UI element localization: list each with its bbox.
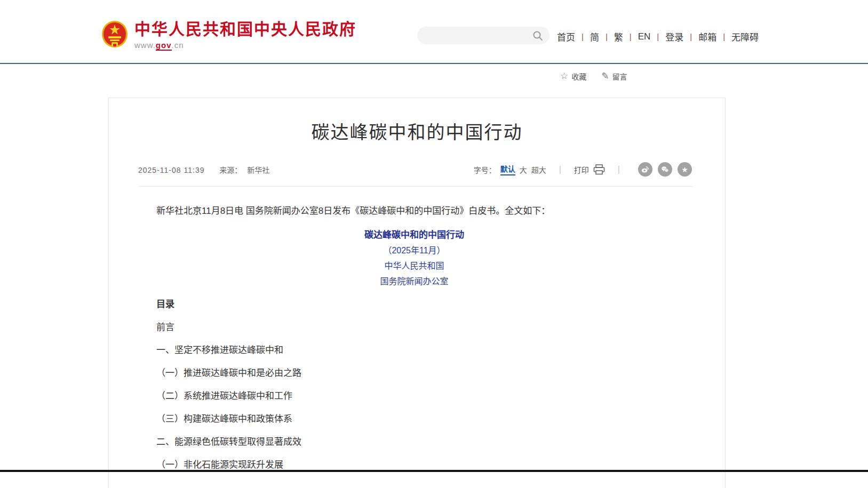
weibo-share-icon[interactable] [638, 162, 652, 177]
search-icon[interactable] [532, 30, 543, 41]
favorite-label: 收藏 [571, 71, 586, 82]
wechat-share-icon[interactable] [658, 162, 672, 177]
site-url-prefix: www. [134, 41, 156, 50]
star-icon: ★ [681, 166, 688, 173]
star-outline-icon: ☆ [560, 70, 568, 82]
font-size-large[interactable]: 大 [520, 164, 527, 175]
page-actions-row: ☆ 收藏 ✎ 留言 [0, 64, 868, 98]
article-title: 碳达峰碳中和的中国行动 [109, 118, 725, 144]
search-box[interactable] [417, 27, 550, 44]
nav-separator: | [582, 32, 584, 41]
top-nav: 首页| 简| 繁| EN| 登录| 邮箱| 无障碍 [557, 30, 759, 43]
toc-item-1-2: （二）系统推进碳达峰碳中和工作 [138, 391, 690, 401]
article-meta-left: 2025-11-08 11:39 来源： 新华社 [138, 164, 273, 175]
nav-separator: | [657, 32, 659, 41]
intro-paragraph: 新华社北京11月8日电 国务院新闻办公室8日发布《碳达峰碳中和的中国行动》白皮书… [138, 205, 690, 218]
toc-heading: 目录 [138, 300, 690, 309]
document-author-line1: 中华人民共和国 [138, 261, 690, 270]
print-button[interactable]: 打印 [574, 164, 605, 175]
nav-english[interactable]: EN [638, 31, 651, 42]
document-title: 碳达峰碳中和的中国行动 [138, 230, 690, 239]
site-logo[interactable]: 中华人民共和国中央人民政府 www.gov.cn [101, 20, 356, 50]
font-size-default[interactable]: 默认 [500, 163, 515, 175]
national-emblem-icon [101, 20, 128, 49]
nav-separator: | [606, 32, 608, 41]
font-size-xlarge[interactable]: 超大 [531, 164, 546, 175]
comment-label: 留言 [612, 71, 627, 82]
site-title: 中华人民共和国中央人民政府 [134, 20, 356, 38]
article-meta-row: 2025-11-08 11:39 来源： 新华社 字号： 默认 大 超大 | 打… [109, 162, 725, 177]
toc-item-preface: 前言 [138, 323, 690, 332]
nav-separator: | [690, 32, 692, 41]
nav-separator: | [630, 32, 632, 41]
article-panel: 碳达峰碳中和的中国行动 2025-11-08 11:39 来源： 新华社 字号：… [108, 98, 726, 488]
bottom-window-edge [0, 470, 868, 472]
site-url: www.gov.cn [134, 41, 356, 50]
nav-mail[interactable]: 邮箱 [698, 30, 716, 43]
article-body: 新华社北京11月8日电 国务院新闻办公室8日发布《碳达峰碳中和的中国行动》白皮书… [109, 187, 725, 470]
print-label: 打印 [574, 164, 589, 175]
pencil-icon: ✎ [601, 70, 609, 82]
toc-item-1: 一、坚定不移推进碳达峰碳中和 [138, 346, 690, 355]
favorite-button[interactable]: ☆ 收藏 [560, 70, 586, 82]
nav-traditional[interactable]: 繁 [614, 30, 623, 43]
nav-login[interactable]: 登录 [665, 30, 683, 43]
printer-icon [593, 164, 605, 175]
nav-home[interactable]: 首页 [557, 30, 575, 43]
article-meta-right: 字号： 默认 大 超大 | 打印 | [474, 162, 692, 177]
share-group: ★ [633, 162, 692, 177]
document-author-line2: 国务院新闻办公室 [138, 277, 690, 286]
site-url-suffix: .cn [172, 41, 184, 50]
nav-separator: | [723, 32, 725, 41]
meta-separator: | [618, 165, 620, 174]
source-label: 来源： [219, 166, 242, 174]
toc-item-1-1: （一）推进碳达峰碳中和是必由之路 [138, 369, 690, 378]
article-date: 2025-11-08 11:39 [138, 166, 204, 174]
search-input[interactable] [417, 27, 532, 44]
nav-accessibility[interactable]: 无障碍 [731, 30, 759, 43]
font-size-label: 字号： [474, 164, 496, 175]
toc-item-1-3: （三）构建碳达峰碳中和政策体系 [138, 414, 690, 424]
site-header: 中华人民共和国中央人民政府 www.gov.cn 首页| 简| 繁| EN| 登… [0, 0, 868, 63]
comment-button[interactable]: ✎ 留言 [601, 70, 627, 82]
toc-item-2-1: （一）非化石能源实现跃升发展 [138, 460, 690, 470]
article-source: 新华社 [247, 166, 269, 174]
meta-separator: | [559, 165, 561, 174]
favorite-share-icon[interactable]: ★ [678, 162, 692, 177]
site-url-gov: gov [156, 41, 172, 51]
document-date: （2025年11月） [138, 246, 690, 255]
nav-simplified[interactable]: 简 [590, 30, 599, 43]
toc-item-2: 二、能源绿色低碳转型取得显著成效 [138, 437, 690, 447]
